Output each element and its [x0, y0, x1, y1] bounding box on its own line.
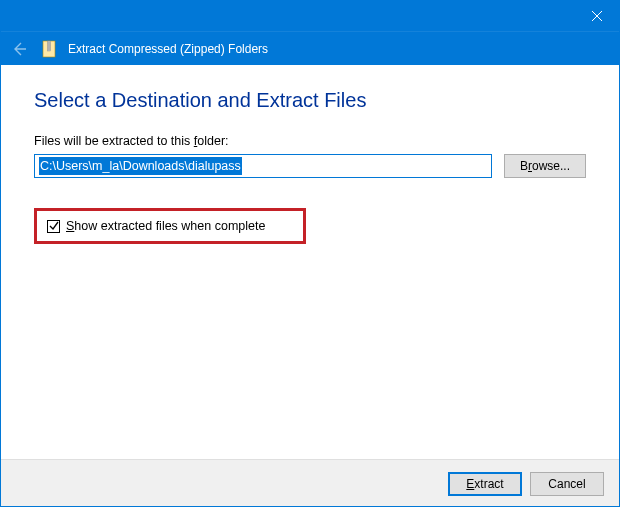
close-icon [592, 11, 602, 21]
page-heading: Select a Destination and Extract Files [34, 89, 586, 112]
wizard-footer: Extract Cancel [0, 459, 620, 507]
window-titlebar [0, 0, 620, 31]
annotation-highlight: Show extracted files when complete [34, 208, 306, 244]
close-button[interactable] [574, 0, 620, 31]
cancel-button[interactable]: Cancel [530, 472, 604, 496]
destination-path-value: C:\Users\m_la\Downloads\dialupass [39, 157, 242, 175]
destination-label: Files will be extracted to this folder: [34, 134, 586, 148]
wizard-header: Extract Compressed (Zipped) Folders [0, 31, 620, 65]
show-files-checkbox-label: Show extracted files when complete [66, 219, 265, 233]
destination-path-input[interactable]: C:\Users\m_la\Downloads\dialupass [34, 154, 492, 178]
show-files-checkbox-row[interactable]: Show extracted files when complete [47, 219, 293, 233]
wizard-content: Select a Destination and Extract Files F… [0, 65, 620, 459]
svg-rect-3 [48, 41, 51, 51]
back-arrow-icon [11, 41, 27, 57]
zip-folder-icon [40, 38, 58, 60]
browse-button[interactable]: Browse... [504, 154, 586, 178]
back-button[interactable] [8, 38, 30, 60]
checkmark-icon [49, 221, 59, 231]
extract-button[interactable]: Extract [448, 472, 522, 496]
show-files-checkbox[interactable] [47, 220, 60, 233]
wizard-title: Extract Compressed (Zipped) Folders [68, 42, 268, 56]
